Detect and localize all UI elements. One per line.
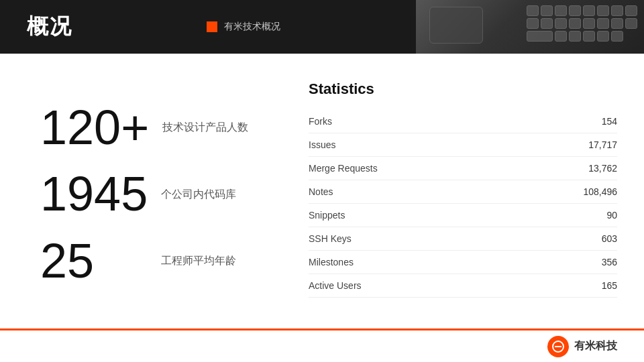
stat-item-1: 1945 个公司内代码库 — [40, 168, 295, 221]
stats-label-2: Merge Requests — [309, 163, 378, 174]
stats-value-3: 108,496 — [583, 186, 617, 197]
svg-rect-1 — [555, 346, 561, 347]
keyboard-bg-decoration — [416, 0, 644, 54]
header: 概况 有米技术概况 — [0, 0, 644, 54]
stats-value-2: 13,762 — [588, 163, 617, 174]
logo-icon — [547, 336, 569, 357]
header-subtitle: 有米技术概况 — [224, 21, 280, 33]
stats-value-4: 90 — [606, 210, 617, 221]
stats-label-5: SSH Keys — [309, 233, 352, 244]
footer-logo: 有米科技 — [547, 336, 617, 357]
footer: 有米科技 — [0, 328, 644, 362]
stats-label-1: Issues — [309, 139, 335, 150]
header-subtitle-area: 有米技术概况 — [207, 21, 280, 33]
stat-item-2: 25 工程师平均年龄 — [40, 235, 295, 288]
stat-label-0: 技术设计产品人数 — [162, 121, 248, 135]
stat-label-1: 个公司内代码库 — [161, 188, 236, 202]
stats-label-4: Snippets — [309, 210, 345, 221]
stat-number-0: 120+ — [40, 101, 149, 154]
stats-value-1: 17,717 — [588, 139, 617, 150]
stats-value-5: 603 — [602, 233, 617, 244]
stats-row-4: Snippets90 — [309, 204, 617, 227]
logo-text: 有米科技 — [574, 339, 617, 353]
stats-value-7: 165 — [602, 280, 617, 291]
stats-row-1: Issues17,717 — [309, 133, 617, 157]
left-section: 120+ 技术设计产品人数 1945 个公司内代码库 25 工程师平均年龄 — [40, 74, 295, 315]
stat-item-0: 120+ 技术设计产品人数 — [40, 101, 295, 154]
right-section: Statistics Forks154Issues17,717Merge Req… — [295, 74, 617, 315]
stats-table: Forks154Issues17,717Merge Requests13,762… — [309, 110, 617, 298]
stat-number-1: 1945 — [40, 168, 148, 221]
stats-label-0: Forks — [309, 116, 332, 127]
stats-row-2: Merge Requests13,762 — [309, 157, 617, 180]
page-title: 概况 — [0, 12, 72, 42]
stats-row-7: Active Users165 — [309, 274, 617, 298]
main-content: 120+ 技术设计产品人数 1945 个公司内代码库 25 工程师平均年龄 St… — [0, 54, 644, 328]
stats-row-6: Milestones356 — [309, 251, 617, 274]
stats-label-6: Milestones — [309, 257, 354, 267]
stats-row-3: Notes108,496 — [309, 180, 617, 204]
stats-row-0: Forks154 — [309, 110, 617, 133]
stat-number-2: 25 — [40, 235, 148, 288]
stats-row-5: SSH Keys603 — [309, 227, 617, 251]
statistics-title: Statistics — [309, 80, 617, 98]
stat-label-2: 工程师平均年龄 — [161, 254, 236, 268]
trackpad-decoration — [429, 7, 483, 44]
keyboard-keys-decoration — [527, 5, 637, 42]
stats-label-7: Active Users — [309, 280, 362, 291]
stats-label-3: Notes — [309, 186, 333, 197]
header-dot-icon — [207, 21, 217, 32]
stats-value-6: 356 — [602, 257, 617, 267]
stats-value-0: 154 — [602, 116, 617, 127]
